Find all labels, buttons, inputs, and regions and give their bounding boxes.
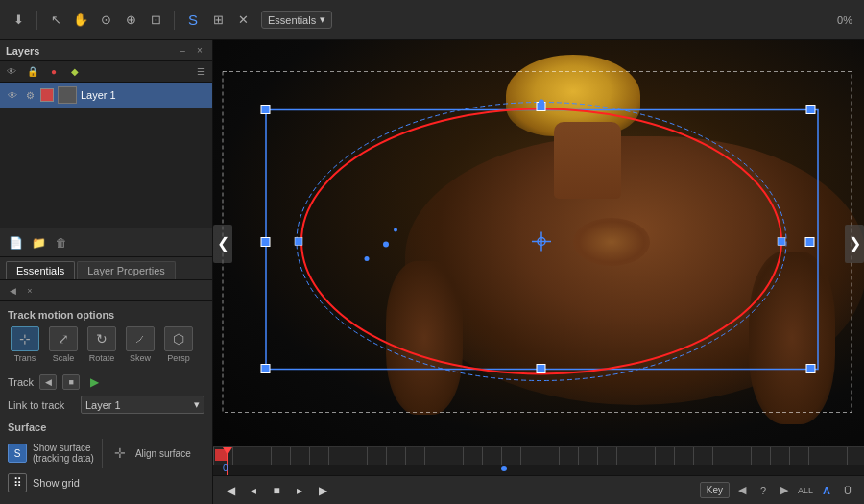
track-panel-header: ◀ × <box>0 280 212 301</box>
show-grid-row[interactable]: ⠿ Show grid <box>8 473 204 492</box>
prev-key-icon[interactable]: ◀ <box>733 482 751 499</box>
layer-eye-icon: 👁 <box>6 88 19 102</box>
select-icon[interactable]: ↖ <box>45 10 66 31</box>
surface-s-icon: S <box>8 444 27 463</box>
left-panel: Layers – × 👁 🔒 ● ◆ ☰ 👁 ⚙ Layer 1 📄 📁 🗑 E… <box>0 40 213 504</box>
track-motion-title: Track motion options <box>8 309 204 321</box>
align-surface-btn[interactable]: ✛ Align surface <box>110 444 191 463</box>
timeline: 0 <box>213 446 864 475</box>
layers-minimize-icon[interactable]: – <box>176 44 189 58</box>
tab-layer-properties[interactable]: Layer Properties <box>77 261 176 279</box>
unknown-icon[interactable]: Ü <box>839 482 856 499</box>
track-icon[interactable]: ⊡ <box>145 10 166 31</box>
canvas-content: ❮ ❯ <box>213 40 864 446</box>
grid-dots-icon: ⠿ <box>8 473 27 492</box>
option-rotate[interactable]: ↻ Rotate <box>84 326 119 363</box>
eye-icon[interactable]: 👁 <box>4 64 19 80</box>
link-value: Layer 1 <box>85 399 121 411</box>
right-arm <box>749 252 835 424</box>
transform-icon[interactable]: ✕ <box>232 10 253 31</box>
key-button[interactable]: Key <box>700 482 730 498</box>
separator-1 <box>36 11 37 30</box>
essentials-label: Essentials <box>268 14 316 26</box>
zoom-icon[interactable]: ⊙ <box>95 10 116 31</box>
add-layer-icon[interactable]: 📄 <box>6 233 25 252</box>
option-scale[interactable]: ⤢ Scale <box>46 326 81 363</box>
playback-stop[interactable]: ■ <box>267 481 286 500</box>
option-trans[interactable]: ⊹ Trans <box>8 326 42 363</box>
show-grid-label: Show grid <box>33 477 80 489</box>
hand-icon[interactable]: ✋ <box>70 10 91 31</box>
panel-close-icon[interactable]: × <box>23 284 36 298</box>
track-back-icon[interactable]: ◀ <box>39 374 57 390</box>
timeline-frame: 0 <box>223 463 228 473</box>
next-key-icon[interactable]: ▶ <box>776 482 793 499</box>
dropdown-arrow: ▾ <box>320 13 325 26</box>
link-dropdown[interactable]: Layer 1 ▾ <box>81 396 204 414</box>
auto-key-icon[interactable]: A <box>818 482 835 499</box>
playback-prev-end[interactable]: ◀ <box>221 481 240 500</box>
link-arrow: ▾ <box>194 398 200 411</box>
track-stop-icon[interactable]: ■ <box>62 374 80 390</box>
info-icon[interactable]: ? <box>755 482 772 499</box>
show-surface-btn[interactable]: S Show surface(tracking data) <box>8 443 94 464</box>
bottom-controls: ◀ ◂ ■ ▸ ▶ Key ◀ ? ▶ ALL A Ü <box>213 475 864 504</box>
lock-icon[interactable]: 🔒 <box>25 64 40 80</box>
playback-next-end[interactable]: ▶ <box>313 481 332 500</box>
trans-icon: ⊹ <box>11 326 39 351</box>
folder-icon[interactable]: 📁 <box>29 233 48 252</box>
download-icon[interactable]: ⬇ <box>8 10 29 31</box>
nav-arrow-right[interactable]: ❯ <box>845 225 864 263</box>
track-motion-section: Track motion options ⊹ Trans ⤢ Scale ↻ R… <box>0 301 212 371</box>
layers-close-icon[interactable]: × <box>193 44 206 58</box>
align-icon: ✛ <box>110 444 130 463</box>
scale-label: Scale <box>53 353 75 363</box>
mask-icon[interactable]: S <box>182 10 204 31</box>
timeline-keyframe <box>501 466 507 471</box>
skew-icon: ⟋ <box>126 326 155 351</box>
main-canvas: ❮ ❯ <box>213 40 864 446</box>
layer-name: Layer 1 <box>81 89 206 101</box>
separator-2 <box>174 11 175 30</box>
surface-title: Surface <box>8 421 204 433</box>
trash-icon[interactable]: 🗑 <box>52 233 71 252</box>
label-icon[interactable]: ◆ <box>67 64 83 80</box>
track-play-icon[interactable]: ▶ <box>85 374 103 390</box>
show-surface-label: Show surface(tracking data) <box>33 443 94 464</box>
panel-arrow-icon[interactable]: ◀ <box>6 284 19 298</box>
align-surface-label: Align surface <box>135 448 191 459</box>
layer-color <box>40 88 54 102</box>
color-icon[interactable]: ● <box>46 64 61 80</box>
surface-section: Surface S Show surface(tracking data) ✛ … <box>0 416 212 504</box>
panel-tabs: Essentials Layer Properties <box>0 257 212 280</box>
playback-next-frame[interactable]: ▸ <box>290 481 309 500</box>
crosshair-icon[interactable]: ⊕ <box>120 10 141 31</box>
link-label: Link to track <box>8 399 75 411</box>
option-skew[interactable]: ⟋ Skew <box>123 326 157 363</box>
trans-label: Trans <box>14 353 36 363</box>
left-arm <box>386 261 463 415</box>
persp-label: Persp <box>167 353 190 363</box>
all-icon[interactable]: ALL <box>797 482 814 499</box>
all-label: ALL <box>798 486 813 495</box>
essentials-dropdown[interactable]: Essentials ▾ <box>261 11 332 29</box>
canvas-image <box>213 40 864 446</box>
grid-icon[interactable]: ⊞ <box>207 10 228 31</box>
surface-separator <box>102 439 103 468</box>
list-icon[interactable]: ☰ <box>193 64 208 80</box>
tab-essentials[interactable]: Essentials <box>6 261 75 279</box>
layers-toolbar: 👁 🔒 ● ◆ ☰ <box>0 61 212 83</box>
track-options-row: ⊹ Trans ⤢ Scale ↻ Rotate ⟋ Skew ⬡ Pers <box>8 326 204 363</box>
layer-settings-icon: ⚙ <box>23 88 36 102</box>
playhead-marker <box>223 447 232 455</box>
link-row: Link to track Layer 1 ▾ <box>0 394 212 416</box>
skew-label: Skew <box>130 353 151 363</box>
left-bottom: 📄 📁 🗑 Essentials Layer Properties ◀ × Tr… <box>0 228 212 504</box>
timeline-ruler[interactable] <box>213 447 864 465</box>
playback-prev-frame[interactable]: ◂ <box>244 481 263 500</box>
ruler-ticks <box>213 447 864 465</box>
option-persp[interactable]: ⬡ Persp <box>161 326 196 363</box>
nav-arrow-left[interactable]: ❮ <box>213 225 232 263</box>
rotate-label: Rotate <box>89 353 115 363</box>
layer-item[interactable]: 👁 ⚙ Layer 1 <box>0 83 212 108</box>
